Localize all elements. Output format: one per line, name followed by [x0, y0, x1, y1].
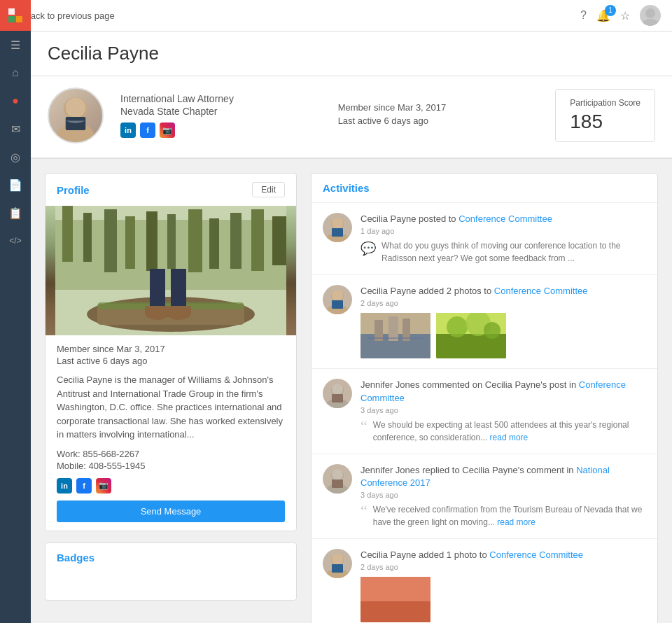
user-avatar[interactable]	[640, 5, 661, 26]
svg-rect-31	[166, 306, 191, 314]
activity-item-3: Jennifer Jones commented on Cecilia Payn…	[312, 369, 657, 454]
activity-title-3: Jennifer Jones commented on Cecilia Payn…	[360, 379, 646, 404]
activity-text-3: We should be expecting at least 500 atte…	[373, 419, 646, 444]
svg-point-52	[484, 322, 500, 339]
member-info-bar: International Law Attorney Nevada State …	[31, 76, 672, 159]
social-icons: in f 📷	[120, 122, 321, 138]
profile-title: Profile	[57, 184, 90, 196]
target-link-5[interactable]: Conference Committee	[489, 550, 583, 560]
activity-avatar-4	[323, 464, 352, 493]
sidebar-menu-icon[interactable]: ☰	[0, 31, 31, 59]
photo-5	[360, 577, 430, 622]
svg-point-8	[66, 97, 86, 118]
svg-rect-35	[332, 228, 343, 237]
svg-point-1	[642, 19, 659, 26]
activity-time-1: 1 day ago	[360, 227, 646, 235]
sidebar-documents-icon[interactable]: 📄	[0, 171, 31, 199]
help-icon[interactable]: ?	[580, 9, 587, 22]
svg-point-63	[332, 554, 343, 565]
svg-rect-27	[171, 269, 186, 311]
profile-linkedin-icon[interactable]: in	[57, 478, 72, 493]
action-text-3: commented on Cecilia Payne's post in	[422, 379, 579, 390]
photo-row-2	[360, 313, 646, 358]
member-since-header: Member since Mar 3, 2017	[338, 102, 539, 113]
svg-point-59	[332, 469, 343, 480]
svg-rect-20	[230, 213, 241, 269]
activity-content-3: Jennifer Jones commented on Cecilia Payn…	[360, 379, 646, 443]
notifications[interactable]: 🔔 1	[596, 9, 610, 22]
svg-rect-16	[146, 211, 158, 271]
participation-box: Participation Score 185	[555, 89, 655, 142]
activity-content-4: Jennifer Jones replied to Cecilia Payne'…	[360, 464, 646, 528]
quote-icon-3: “	[360, 419, 368, 434]
activity-item-4: Jennifer Jones replied to Cecilia Payne'…	[312, 454, 657, 539]
svg-point-34	[332, 218, 343, 229]
svg-rect-5	[16, 16, 22, 22]
sidebar-messages-icon[interactable]: ✉	[0, 115, 31, 143]
facebook-icon[interactable]: f	[140, 122, 155, 138]
target-link-2[interactable]: Conference Committee	[494, 286, 588, 296]
sidebar-home-icon[interactable]: ⌂	[0, 59, 31, 87]
svg-rect-22	[272, 216, 286, 265]
actor-name-2: Cecilia Payne	[360, 286, 419, 296]
profile-instagram-icon[interactable]: 📷	[96, 478, 111, 493]
read-more-3[interactable]: read more	[490, 433, 528, 442]
profile-member-since: Member since Mar 3, 2017	[57, 344, 285, 354]
badges-card: Badges	[45, 542, 297, 601]
svg-rect-13	[83, 213, 92, 262]
activity-avatar-1	[323, 213, 352, 242]
contact-info: Work: 855-668-2267 Mobile: 408-555-1945	[57, 449, 285, 471]
activity-title-1: Cecilia Payne posted to Conference Commi…	[360, 213, 646, 225]
photo-2	[436, 313, 506, 358]
sidebar-activity-icon[interactable]: ●	[0, 87, 31, 115]
member-meta: Member since Mar 3, 2017 Last active 6 d…	[338, 102, 539, 129]
target-link-1[interactable]: Conference Committee	[458, 214, 552, 224]
actor-name-1: Cecilia Payne	[360, 214, 419, 224]
svg-rect-18	[188, 209, 202, 272]
svg-point-55	[332, 384, 343, 395]
work-phone: Work: 855-668-2267	[57, 449, 285, 459]
activity-avatar-5	[323, 549, 352, 578]
top-bar-right: ? 🔔 1 ☆	[580, 5, 661, 26]
activity-text-1: What do you guys think of moving our con…	[382, 239, 646, 265]
actor-name-5: Cecilia Payne	[360, 550, 419, 560]
activity-time-5: 2 days ago	[360, 563, 646, 571]
activity-body-3: “ We should be expecting at least 500 at…	[360, 419, 646, 444]
photo-1	[360, 313, 430, 358]
action-text-5: added 1 photo to	[419, 550, 489, 560]
activity-body-4: “ We've received confirmation from the T…	[360, 503, 646, 528]
participation-label: Participation Score	[570, 98, 640, 108]
edit-button[interactable]: Edit	[252, 182, 285, 197]
svg-rect-15	[125, 216, 135, 269]
star-icon[interactable]: ☆	[620, 9, 630, 22]
sidebar-groups-icon[interactable]: ◎	[0, 143, 31, 171]
svg-rect-60	[332, 479, 343, 488]
right-column: Activities Cecilia Payne posted to Confe…	[311, 173, 658, 623]
activities-title: Activities	[323, 182, 370, 194]
activity-content-2: Cecilia Payne added 2 photos to Conferen…	[360, 285, 646, 358]
sidebar-notes-icon[interactable]: 📋	[0, 199, 31, 227]
send-message-button[interactable]: Send Message	[57, 500, 285, 522]
page-title: Cecilia Payne	[48, 43, 655, 64]
sidebar-logo[interactable]	[0, 0, 31, 31]
last-active-header: Last active 6 days ago	[338, 115, 539, 126]
profile-image	[46, 206, 296, 335]
svg-rect-3	[16, 8, 22, 15]
linkedin-icon[interactable]: in	[120, 122, 136, 138]
sidebar-code-icon[interactable]: </>	[0, 227, 31, 255]
member-details: International Law Attorney Nevada State …	[120, 93, 321, 138]
profile-last-active: Last active 6 days ago	[57, 356, 285, 366]
activities-card: Activities Cecilia Payne posted to Confe…	[311, 173, 658, 623]
svg-rect-19	[209, 218, 219, 269]
profile-facebook-icon[interactable]: f	[76, 478, 92, 493]
svg-rect-66	[360, 577, 430, 601]
activity-time-2: 2 days ago	[360, 299, 646, 307]
badges-card-header: Badges	[46, 543, 296, 572]
instagram-icon[interactable]: 📷	[160, 122, 175, 138]
quote-icon-4: “	[360, 503, 368, 519]
notification-count: 1	[605, 5, 616, 16]
sidebar: ☰ ⌂ ● ✉ ◎ 📄 📋 </>	[0, 0, 31, 623]
profile-card: Profile Edit	[45, 173, 297, 531]
participation-score: 185	[570, 111, 640, 133]
read-more-4[interactable]: read more	[497, 517, 536, 527]
